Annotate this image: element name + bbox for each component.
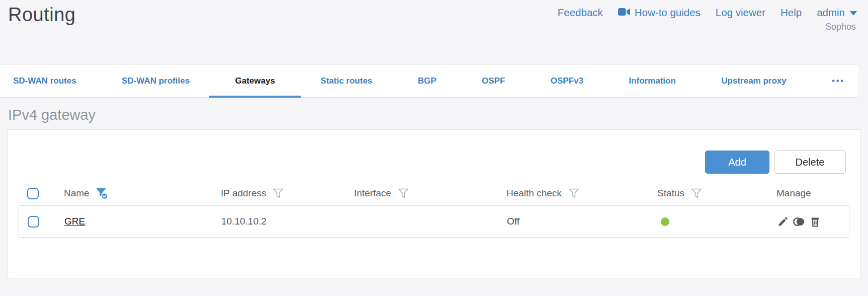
- column-header-health-check: Health check: [506, 187, 657, 199]
- feedback-link[interactable]: Feedback: [558, 7, 603, 19]
- manage-cell: [777, 215, 849, 228]
- table-header-row: Name IP address Interface: [19, 181, 849, 205]
- tab-static-routes[interactable]: Static routes: [320, 65, 372, 98]
- ipv4-gateway-panel: Add Delete Name IP address: [7, 129, 861, 278]
- tab-upstream-proxy[interactable]: Upstream proxy: [721, 65, 786, 98]
- tab-ospfv3[interactable]: OSPFv3: [551, 65, 583, 98]
- ip-address-cell: 10.10.10.2: [221, 216, 355, 227]
- edit-pencil-icon[interactable]: [777, 215, 789, 228]
- tab-bgp[interactable]: BGP: [418, 65, 437, 98]
- section-heading: IPv4 gateway: [8, 107, 861, 123]
- table-body: GRE 10.10.10.2 Off: [19, 205, 849, 238]
- help-link[interactable]: Help: [780, 7, 802, 19]
- tab-gateways[interactable]: Gateways: [235, 65, 275, 98]
- column-header-interface: Interface: [354, 187, 506, 199]
- column-header-status: Status: [657, 187, 776, 199]
- brand-label: Sophos: [825, 22, 857, 32]
- clone-icon[interactable]: [793, 215, 806, 228]
- column-header-manage: Manage: [776, 188, 849, 199]
- delete-button[interactable]: Delete: [774, 151, 846, 174]
- filter-icon[interactable]: [690, 187, 703, 199]
- table-toolbar: Add Delete: [8, 130, 860, 174]
- howto-guides-link[interactable]: How-to guides: [618, 7, 701, 19]
- name-cell: GRE: [64, 216, 221, 227]
- column-header-ip-address: IP address: [221, 187, 354, 199]
- header-checkbox-cell: [19, 188, 64, 199]
- log-viewer-link[interactable]: Log viewer: [716, 7, 765, 19]
- row-checkbox-cell: [19, 216, 64, 228]
- admin-menu[interactable]: admin: [817, 7, 857, 19]
- status-green-dot: [661, 217, 669, 226]
- header-right: Feedback How-to guides Log viewer Help a…: [558, 4, 857, 32]
- filter-icon[interactable]: [568, 187, 580, 199]
- tab-sd-wan-profiles[interactable]: SD-WAN profiles: [122, 65, 190, 98]
- tab-ospf[interactable]: OSPF: [482, 65, 505, 98]
- filter-active-icon[interactable]: [96, 187, 109, 200]
- add-button[interactable]: Add: [705, 151, 769, 174]
- select-all-checkbox[interactable]: [27, 188, 39, 199]
- tab-information[interactable]: Information: [629, 65, 676, 98]
- page-title: Routing: [8, 4, 75, 26]
- filter-icon[interactable]: [397, 187, 409, 199]
- content-area: IPv4 gateway Add Delete Name: [0, 107, 868, 278]
- video-camera-icon: [618, 7, 631, 19]
- filter-icon[interactable]: [272, 187, 284, 199]
- routing-tabbar: SD-WAN routes SD-WAN profiles Gateways S…: [0, 64, 858, 98]
- tab-overflow-menu[interactable]: •••: [832, 77, 845, 86]
- utility-nav: Feedback How-to guides Log viewer Help a…: [558, 7, 857, 19]
- table-row: GRE 10.10.10.2 Off: [19, 206, 849, 237]
- gateway-name-link[interactable]: GRE: [64, 216, 85, 227]
- page-header: Routing Feedback How-to guides Log viewe…: [0, 0, 868, 64]
- status-cell: [658, 217, 777, 226]
- chevron-down-icon: [850, 11, 857, 16]
- health-check-cell: Off: [507, 216, 658, 227]
- delete-trash-icon[interactable]: [809, 215, 821, 228]
- row-checkbox[interactable]: [28, 216, 39, 228]
- tab-sd-wan-routes[interactable]: SD-WAN routes: [13, 65, 76, 98]
- column-header-name: Name: [64, 187, 221, 200]
